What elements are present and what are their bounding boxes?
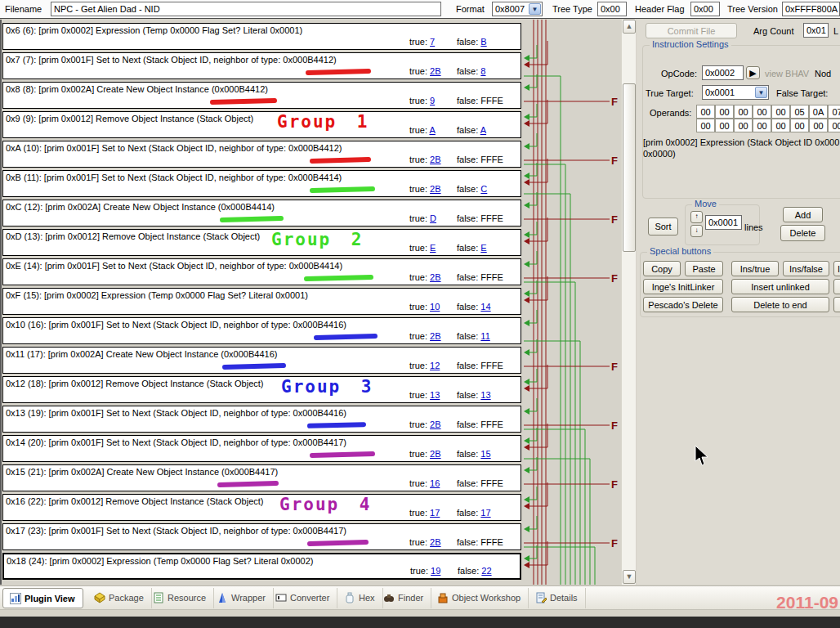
false-target-link[interactable]: 8 xyxy=(480,66,485,76)
move-down-button[interactable]: ↓ xyxy=(690,225,703,237)
special-button-delete-to-end[interactable]: Delete to end xyxy=(731,297,829,312)
tab-finder[interactable]: Finder xyxy=(377,588,431,608)
tree-version-field[interactable]: 0xFFFF800A xyxy=(782,2,840,16)
true-target-link[interactable]: 16 xyxy=(430,478,440,488)
instruction-row[interactable]: 0xA (10): [prim 0x001F] Set to Next (Sta… xyxy=(2,141,521,168)
instruction-row[interactable]: 0x10 (16): [prim 0x001F] Set to Next (St… xyxy=(2,317,521,344)
true-target-link[interactable]: 7 xyxy=(430,37,435,47)
true-target-link[interactable]: 2B xyxy=(430,272,440,282)
tab-package[interactable]: Package xyxy=(87,588,152,608)
tab-object-workshop[interactable]: Object Workshop xyxy=(431,588,529,608)
instruction-row[interactable]: 0x14 (20): [prim 0x001F] Set to Next (St… xyxy=(2,435,521,462)
true-target-link[interactable]: E xyxy=(430,243,436,253)
clipped-button[interactable]: I xyxy=(833,261,840,276)
false-target-link[interactable]: 15 xyxy=(480,449,490,459)
scroll-up-button[interactable]: ▲ xyxy=(623,20,636,34)
operand-cell[interactable]: 00 xyxy=(790,119,809,132)
operand-cell[interactable]: 00 xyxy=(753,105,771,119)
special-button-pescado-s-delete[interactable]: Pescado's Delete xyxy=(643,297,723,312)
instruction-row[interactable]: 0xB (11): [prim 0x001F] Set to Next (Sta… xyxy=(2,170,521,197)
operand-cell[interactable]: 07 xyxy=(828,105,840,119)
false-target-link[interactable]: 14 xyxy=(480,302,490,312)
false-target-link[interactable]: 17 xyxy=(480,508,490,518)
instruction-row[interactable]: 0x12 (18): [prim 0x0012] Remove Object I… xyxy=(2,376,521,403)
scrollbar-thumb[interactable] xyxy=(623,83,636,252)
operand-cell[interactable]: 00 xyxy=(771,105,790,119)
special-button-ins-true[interactable]: Ins/true xyxy=(731,261,779,276)
false-target-link[interactable]: A xyxy=(480,125,486,135)
true-target-link[interactable]: 2B xyxy=(430,537,440,547)
special-button-paste[interactable]: Paste xyxy=(685,261,723,276)
true-target-link[interactable]: 2B xyxy=(430,155,440,164)
instruction-row[interactable]: 0xC (12): [prim 0x002A] Create New Objec… xyxy=(2,200,521,227)
instruction-row[interactable]: 0xD (13): [prim 0x0012] Remove Object In… xyxy=(2,229,521,256)
operand-cell[interactable]: 00 xyxy=(734,119,753,132)
operand-cell[interactable]: 00 xyxy=(828,119,840,132)
instruction-row[interactable]: 0x8 (8): [prim 0x002A] Create New Object… xyxy=(2,82,521,109)
instruction-row[interactable]: 0x17 (23): [prim 0x001F] Set to Next (St… xyxy=(2,523,521,550)
delete-button[interactable]: Delete xyxy=(780,225,825,241)
opcode-browse-button[interactable]: ▶ xyxy=(746,66,760,79)
operand-cell[interactable]: 00 xyxy=(771,119,790,132)
false-target-link[interactable]: 22 xyxy=(481,566,491,576)
instruction-row[interactable]: 0x11 (17): [prim 0x002A] Create New Obje… xyxy=(2,347,521,374)
tree-type-field[interactable]: 0x00 xyxy=(597,2,627,16)
special-button-insert-unlinked[interactable]: Insert unlinked xyxy=(731,279,829,294)
operand-cell[interactable]: 05 xyxy=(790,105,809,119)
true-target-link[interactable]: 2B xyxy=(430,184,440,194)
tab-converter[interactable]: Converter xyxy=(269,588,337,608)
special-button-ins-false[interactable]: Ins/false xyxy=(783,261,829,276)
instruction-row[interactable]: 0xF (15): [prim 0x0002] Expression (Temp… xyxy=(2,288,521,315)
add-button[interactable]: Add xyxy=(783,207,823,222)
chevron-down-icon[interactable]: ▼ xyxy=(529,3,541,15)
operand-cell[interactable]: 00 xyxy=(715,105,734,119)
false-target-link[interactable]: E xyxy=(480,243,486,253)
operand-cell[interactable]: 00 xyxy=(753,119,771,132)
opcode-field[interactable]: 0x0002 xyxy=(702,65,744,80)
operand-cell[interactable]: 00 xyxy=(734,105,753,119)
true-target-link[interactable]: 17 xyxy=(430,508,440,518)
true-target-link[interactable]: 2B xyxy=(430,331,440,341)
true-target-link[interactable]: 2B xyxy=(430,449,440,459)
instruction-row[interactable]: 0x15 (21): [prim 0x002A] Create New Obje… xyxy=(2,464,521,491)
true-target-select[interactable]: 0x0001 ▼ xyxy=(702,85,769,100)
true-target-link[interactable]: D xyxy=(430,213,436,223)
true-target-link[interactable]: 19 xyxy=(431,566,440,576)
vertical-scrollbar[interactable]: ▲ ▼ xyxy=(621,20,636,585)
header-flag-field[interactable]: 0x00 xyxy=(690,2,720,16)
operand-cell[interactable]: 00 xyxy=(696,105,715,119)
false-target-link[interactable]: C xyxy=(480,184,487,194)
tab-wrapper[interactable]: Wrapper xyxy=(210,588,274,608)
filename-input[interactable]: NPC - Get Alien Dad - NID xyxy=(51,2,441,16)
chevron-down-icon[interactable]: ▼ xyxy=(755,87,767,98)
special-button-inge-s-initlinker[interactable]: Inge's InitLinker xyxy=(643,279,723,294)
move-lines-field[interactable]: 0x0001 xyxy=(705,215,742,230)
tab-details[interactable]: Details xyxy=(529,588,586,608)
instruction-row[interactable]: 0x18 (24): [prim 0x0002] Expression (Tem… xyxy=(2,553,521,580)
true-target-link[interactable]: 9 xyxy=(430,96,435,105)
true-target-link[interactable]: A xyxy=(429,125,435,135)
arg-count-field[interactable]: 0x01 xyxy=(803,23,829,38)
format-select[interactable]: 0x8007 ▼ xyxy=(492,2,543,16)
true-target-link[interactable]: 13 xyxy=(430,390,440,400)
instruction-row[interactable]: 0xE (14): [prim 0x001F] Set to Next (Sta… xyxy=(2,258,521,285)
false-target-link[interactable]: 11 xyxy=(480,331,489,341)
scroll-down-button[interactable]: ▼ xyxy=(623,570,636,584)
tab-resource[interactable]: Resource xyxy=(146,588,214,608)
instruction-row[interactable]: 0x9 (9): [prim 0x0012] Remove Object Ins… xyxy=(2,111,521,138)
clipped-button[interactable] xyxy=(833,279,840,294)
instruction-row[interactable]: 0x6 (6): [prim 0x0002] Expression (Temp … xyxy=(2,23,521,50)
sort-button[interactable]: Sort xyxy=(648,218,678,236)
true-target-link[interactable]: 2B xyxy=(430,66,440,76)
true-target-link[interactable]: 2B xyxy=(430,419,440,429)
true-target-link[interactable]: 12 xyxy=(430,361,440,370)
true-target-link[interactable]: 10 xyxy=(430,302,440,312)
false-target-link[interactable]: 13 xyxy=(480,390,490,400)
false-target-link[interactable]: B xyxy=(480,37,486,47)
instruction-row[interactable]: 0x7 (7): [prim 0x001F] Set to Next (Stac… xyxy=(2,52,521,79)
move-up-button[interactable]: ↑ xyxy=(690,211,703,223)
tab-plugin-view[interactable]: Plugin View xyxy=(2,588,83,608)
operand-cell[interactable]: 00 xyxy=(715,119,734,132)
operand-cell[interactable]: 0A xyxy=(809,105,828,119)
commit-file-button[interactable]: Commit File xyxy=(646,23,737,38)
